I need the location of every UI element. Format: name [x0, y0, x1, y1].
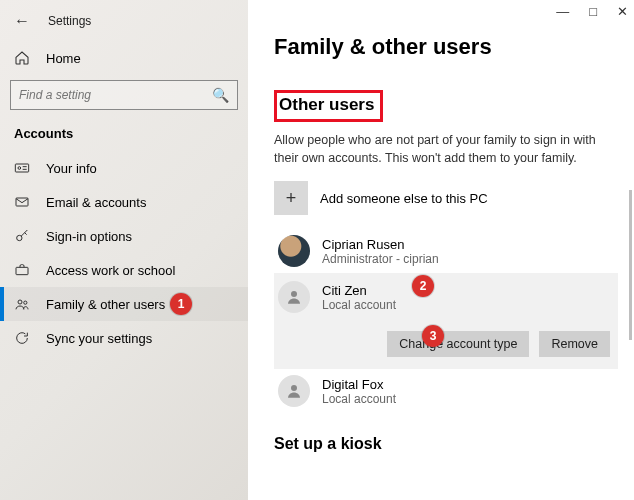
user-row[interactable]: Digital Fox Local account: [274, 369, 618, 413]
section-description: Allow people who are not part of your fa…: [274, 132, 614, 167]
search-box[interactable]: 🔍: [10, 80, 238, 110]
plus-icon: +: [274, 181, 308, 215]
people-icon: [14, 296, 30, 312]
sidebar-item-label: Your info: [46, 161, 97, 176]
sidebar-section-heading: Accounts: [0, 120, 248, 151]
svg-point-5: [18, 300, 22, 304]
annotation-badge-1: 1: [170, 293, 192, 315]
search-input[interactable]: [19, 88, 212, 102]
sidebar-item-label: Sign-in options: [46, 229, 132, 244]
main-panel: Family & other users Other users Allow p…: [248, 0, 634, 500]
svg-rect-2: [16, 198, 28, 206]
add-user-label: Add someone else to this PC: [320, 191, 488, 206]
briefcase-icon: [14, 262, 30, 278]
sidebar-home[interactable]: Home: [0, 42, 248, 74]
annotation-badge-3: 3: [422, 325, 444, 347]
user-row[interactable]: Ciprian Rusen Administrator - ciprian: [274, 229, 618, 273]
svg-point-8: [291, 385, 297, 391]
id-card-icon: [14, 160, 30, 176]
scrollbar[interactable]: [629, 190, 632, 340]
add-user-button[interactable]: + Add someone else to this PC: [274, 181, 618, 215]
home-label: Home: [46, 51, 81, 66]
sidebar-item-label: Family & other users: [46, 297, 165, 312]
avatar: [278, 281, 310, 313]
svg-point-3: [17, 235, 22, 240]
user-row[interactable]: Citi Zen Local account 2: [274, 273, 618, 321]
sidebar-item-signin[interactable]: Sign-in options: [0, 219, 248, 253]
user-actions: 3 Change account type Remove: [274, 321, 618, 369]
remove-account-button[interactable]: Remove: [539, 331, 610, 357]
svg-rect-4: [16, 267, 28, 274]
user-subtitle: Local account: [322, 392, 396, 406]
change-account-type-button[interactable]: Change account type: [387, 331, 529, 357]
svg-rect-0: [15, 164, 28, 172]
user-name: Ciprian Rusen: [322, 237, 505, 252]
key-icon: [14, 228, 30, 244]
kiosk-heading: Set up a kiosk: [274, 435, 618, 453]
sidebar-item-family[interactable]: Family & other users 1: [0, 287, 248, 321]
user-subtitle: Administrator - ciprian: [322, 252, 505, 266]
user-name: Citi Zen: [322, 283, 396, 298]
person-icon: [285, 382, 303, 400]
back-button[interactable]: ←: [10, 12, 34, 30]
person-icon: [285, 288, 303, 306]
svg-point-7: [291, 291, 297, 297]
svg-point-1: [18, 167, 21, 170]
sync-icon: [14, 330, 30, 346]
page-heading: Family & other users: [274, 34, 618, 60]
home-icon: [14, 50, 30, 66]
user-subtitle: Local account: [322, 298, 396, 312]
annotation-badge-2: 2: [412, 275, 434, 297]
sidebar-item-label: Access work or school: [46, 263, 175, 278]
sidebar-item-email[interactable]: Email & accounts: [0, 185, 248, 219]
sidebar-item-label: Email & accounts: [46, 195, 146, 210]
svg-point-6: [24, 301, 27, 304]
sidebar-item-your-info[interactable]: Your info: [0, 151, 248, 185]
mail-icon: [14, 194, 30, 210]
user-name: Digital Fox: [322, 377, 396, 392]
sidebar-item-work[interactable]: Access work or school: [0, 253, 248, 287]
other-users-heading: Other users: [274, 90, 383, 122]
sidebar-item-label: Sync your settings: [46, 331, 152, 346]
settings-sidebar: ← Settings Home 🔍 Accounts Your info Ema…: [0, 0, 248, 500]
search-icon: 🔍: [212, 87, 229, 103]
window-title: Settings: [48, 14, 91, 28]
avatar: [278, 235, 310, 267]
avatar: [278, 375, 310, 407]
sidebar-item-sync[interactable]: Sync your settings: [0, 321, 248, 355]
